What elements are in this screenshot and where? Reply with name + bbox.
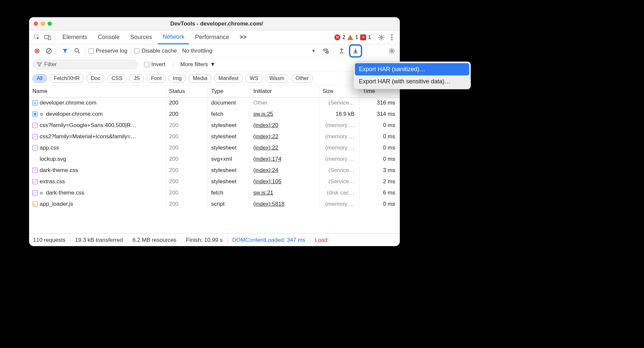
svg-point-6 bbox=[391, 39, 393, 40]
export-har-button[interactable] bbox=[351, 46, 360, 56]
clear-button[interactable] bbox=[44, 46, 54, 56]
request-row[interactable]: app_loader.js200script(index):5818(memor… bbox=[29, 198, 400, 210]
type-chip-other[interactable]: Other bbox=[291, 74, 313, 83]
type-chip-doc[interactable]: Doc bbox=[87, 74, 104, 83]
tab-sources[interactable]: Sources bbox=[126, 30, 157, 44]
type-chip-media[interactable]: Media bbox=[189, 74, 212, 83]
tabs-overflow-button[interactable]: >> bbox=[235, 30, 251, 44]
more-filters-dropdown[interactable]: More filters▼ bbox=[180, 61, 216, 68]
type-chip-all[interactable]: All bbox=[32, 74, 47, 83]
js-file-icon bbox=[32, 201, 38, 207]
preserve-log-checkbox[interactable]: Preserve log bbox=[89, 48, 127, 54]
initiator-link[interactable]: (index):22 bbox=[253, 145, 279, 151]
svg-point-13 bbox=[391, 50, 393, 52]
css-file-icon bbox=[32, 134, 38, 139]
type-chip-img[interactable]: Img bbox=[169, 74, 186, 83]
error-count: 2 bbox=[342, 34, 345, 40]
request-row[interactable]: app.css200stylesheet(index):22(memory …0… bbox=[29, 142, 400, 153]
request-table: NameStatusTypeInitiatorSizeTime develope… bbox=[29, 85, 400, 234]
invert-checkbox[interactable]: Invert bbox=[144, 61, 166, 68]
inspect-element-icon[interactable] bbox=[32, 33, 42, 42]
tab-elements[interactable]: Elements bbox=[58, 30, 92, 44]
record-button[interactable] bbox=[32, 46, 42, 56]
svg-point-5 bbox=[391, 37, 393, 38]
svg-point-9 bbox=[75, 49, 78, 52]
network-conditions-icon[interactable] bbox=[321, 46, 330, 56]
disable-cache-checkbox[interactable]: Disable cache bbox=[134, 48, 177, 54]
tab-console[interactable]: Console bbox=[93, 30, 124, 44]
request-row[interactable]: developer.chrome.com200documentOther(Ser… bbox=[29, 97, 400, 109]
doc-file-icon bbox=[32, 111, 38, 117]
initiator-link[interactable]: (index):105 bbox=[253, 178, 282, 185]
funnel-icon bbox=[37, 62, 42, 67]
device-toolbar-icon[interactable] bbox=[43, 33, 52, 42]
service-worker-icon bbox=[40, 111, 44, 117]
css-file-icon bbox=[32, 179, 38, 184]
status-requests: 110 requests bbox=[33, 237, 65, 243]
warning-icon bbox=[347, 35, 353, 40]
initiator-link[interactable]: sw.js:25 bbox=[253, 111, 273, 117]
status-transferred: 19.3 kB transferred bbox=[75, 237, 123, 243]
network-statusbar: 110 requests 19.3 kB transferred 6.2 MB … bbox=[29, 234, 400, 246]
type-chip-wasm[interactable]: Wasm bbox=[265, 74, 289, 83]
type-chip-js[interactable]: JS bbox=[129, 74, 144, 83]
export-har-menu: Export HAR (sanitized)…Export HAR (with … bbox=[353, 62, 471, 89]
tab-network[interactable]: Network bbox=[158, 30, 189, 44]
request-name: extras.css bbox=[40, 178, 65, 185]
initiator-link[interactable]: (index):24 bbox=[253, 167, 279, 173]
request-row[interactable]: dark-theme.css200stylesheet(index):24(Se… bbox=[29, 165, 400, 176]
initiator-link[interactable]: (index):5818 bbox=[253, 201, 285, 207]
svg-point-3 bbox=[380, 36, 382, 38]
request-name: css?family=Google+Sans:400,500|R… bbox=[40, 122, 136, 129]
issue-icon: ✕ bbox=[360, 34, 366, 40]
initiator-link[interactable]: (index):20 bbox=[253, 122, 279, 128]
filter-toggle-button[interactable] bbox=[60, 46, 70, 56]
export-menu-item[interactable]: Export HAR (sanitized)… bbox=[355, 63, 469, 75]
css-file-icon bbox=[32, 145, 38, 151]
request-name: developer.chrome.com bbox=[46, 111, 103, 117]
window-title: DevTools - developer.chrome.com/ bbox=[38, 21, 395, 27]
network-settings-button[interactable] bbox=[387, 46, 397, 56]
request-row[interactable]: dark-theme.css200fetchsw.js:21(disk cac…… bbox=[29, 187, 400, 198]
css-file-icon bbox=[32, 123, 38, 128]
close-window-button[interactable] bbox=[34, 22, 38, 26]
type-chip-css[interactable]: CSS bbox=[107, 74, 127, 83]
column-header-initiator[interactable]: Initiator bbox=[250, 85, 319, 97]
svg-point-11 bbox=[325, 52, 326, 53]
initiator-link[interactable]: (index):22 bbox=[253, 133, 279, 140]
request-row[interactable]: css2?family=Material+Icons&family=…200st… bbox=[29, 131, 400, 142]
request-name: css2?family=Material+Icons&family=… bbox=[40, 133, 136, 140]
column-header-type[interactable]: Type bbox=[208, 85, 250, 97]
filter-input[interactable]: Filter bbox=[32, 59, 138, 70]
more-options-button[interactable] bbox=[387, 33, 397, 42]
type-chip-font[interactable]: Font bbox=[147, 74, 166, 83]
status-resources: 6.2 MB resources bbox=[133, 237, 176, 243]
throttling-dropdown[interactable]: No throttling bbox=[179, 48, 215, 54]
console-status[interactable]: ✕2 1 ✕1 bbox=[334, 34, 371, 40]
status-domcontentloaded: DOMContentLoaded: 347 ms bbox=[232, 237, 305, 243]
search-button[interactable] bbox=[72, 46, 82, 56]
type-chip-ws[interactable]: WS bbox=[246, 74, 263, 83]
column-header-name[interactable]: Name bbox=[29, 85, 166, 97]
export-har-button-highlight bbox=[349, 44, 362, 58]
initiator-link[interactable]: (index):174 bbox=[253, 156, 282, 162]
request-row[interactable]: extras.css200stylesheet(index):105(Servi… bbox=[29, 176, 400, 187]
request-row[interactable]: ⋯lockup.svg200svg+xml(index):174(memory … bbox=[29, 153, 400, 165]
request-name: lockup.svg bbox=[40, 156, 66, 162]
export-menu-item[interactable]: Export HAR (with sensitive data)… bbox=[355, 75, 469, 88]
request-name: app_loader.js bbox=[40, 201, 73, 207]
column-header-status[interactable]: Status bbox=[166, 85, 208, 97]
initiator-link[interactable]: sw.js:21 bbox=[253, 190, 273, 196]
request-row[interactable]: css?family=Google+Sans:400,500|R…200styl… bbox=[29, 120, 400, 131]
css-file-icon bbox=[32, 190, 38, 196]
tab-performance[interactable]: Performance bbox=[190, 30, 234, 44]
request-row[interactable]: developer.chrome.com200fetchsw.js:2518.9… bbox=[29, 109, 400, 120]
throttling-caret-icon[interactable]: ▾ bbox=[309, 46, 318, 56]
import-har-button[interactable] bbox=[337, 46, 346, 56]
issue-count: 1 bbox=[368, 34, 371, 40]
type-chip-fetch-xhr[interactable]: Fetch/XHR bbox=[50, 74, 84, 83]
doc-file-icon bbox=[32, 100, 38, 106]
type-chip-manifest[interactable]: Manifest bbox=[214, 74, 243, 83]
css-file-icon bbox=[32, 168, 38, 173]
settings-button[interactable] bbox=[377, 33, 386, 42]
